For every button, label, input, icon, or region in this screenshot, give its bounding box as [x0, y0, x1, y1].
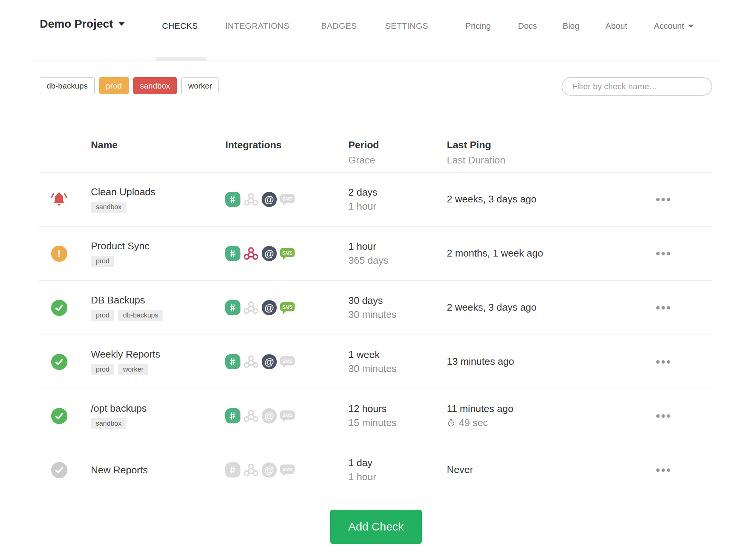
nav-link-blog[interactable]: Blog	[563, 21, 579, 31]
tab-badges[interactable]: BADGES	[321, 21, 357, 31]
last-ping-value: 13 minutes ago	[447, 356, 514, 367]
account-menu[interactable]: Account	[654, 21, 694, 31]
check-tags: sandbox	[91, 202, 156, 213]
period-value: 12 hours	[348, 403, 396, 415]
last-ping-value: 2 months, 1 week ago	[447, 247, 543, 259]
email-at-icon: @	[262, 192, 277, 207]
ellipsis-menu-icon	[656, 198, 670, 201]
period-value: 1 week	[348, 349, 396, 361]
last-ping-value: Never	[447, 464, 473, 476]
chevron-down-icon	[119, 22, 125, 26]
check-tag-chip: worker	[118, 364, 148, 375]
grace-value: 30 minutes	[348, 309, 396, 320]
check-name-cell: Weekly Reports prodworker	[91, 335, 160, 389]
check-row[interactable]: ! Weekly Reports prodworker #	[39, 335, 712, 389]
column-header-grace: Grace	[348, 154, 375, 166]
check-integrations: # @ SMS	[225, 281, 295, 334]
check-name: Clean Uploads	[91, 186, 156, 198]
check-name-filter-input[interactable]	[562, 77, 712, 96]
nav-link-docs[interactable]: Docs	[518, 21, 537, 31]
check-row[interactable]: ! Product Sync prod #	[39, 227, 712, 281]
check-tags: prod	[91, 256, 150, 267]
check-status: !	[50, 227, 69, 280]
email-at-icon: @	[262, 462, 277, 478]
slack-icon: #	[225, 354, 240, 369]
check-period-cell: 1 week 30 minutes	[348, 335, 396, 389]
tab-settings[interactable]: SETTINGS	[385, 21, 428, 31]
check-name: /opt backups	[91, 403, 147, 414]
check-status: !	[50, 389, 69, 443]
check-tags: prodworker	[91, 364, 160, 375]
svg-text:SMS: SMS	[282, 358, 293, 364]
webhook-icon	[243, 192, 259, 207]
tab-integrations[interactable]: INTEGRATIONS	[225, 21, 289, 31]
check-last-ping-cell: 2 months, 1 week ago	[447, 227, 543, 280]
check-name-cell: DB Backups proddb-backups	[91, 281, 163, 334]
sms-bubble-icon: SMS	[280, 300, 295, 315]
column-header-integrations: Integrations	[225, 139, 282, 151]
sms-bubble-icon: SMS	[280, 354, 295, 369]
ellipsis-menu-icon	[656, 360, 670, 364]
sms-bubble-icon: SMS	[280, 462, 295, 478]
check-status: !	[50, 281, 69, 334]
tab-checks[interactable]: CHECKS	[162, 21, 198, 31]
sms-bubble-icon: SMS	[280, 246, 295, 261]
grace-value: 1 hour	[348, 471, 376, 483]
last-ping-value: 2 weeks, 3 days ago	[447, 193, 537, 205]
row-menu-button[interactable]	[656, 281, 670, 334]
check-integrations: # @ SMS	[225, 173, 295, 226]
stopwatch-icon	[447, 418, 456, 427]
check-row[interactable]: ! DB Backups proddb-backups #	[39, 281, 712, 335]
ellipsis-menu-icon	[656, 306, 670, 310]
check-name: Product Sync	[91, 240, 150, 252]
nav-link-pricing[interactable]: Pricing	[465, 21, 491, 31]
check-tags: proddb-backups	[91, 310, 163, 321]
check-name-cell: Product Sync prod	[91, 227, 150, 280]
email-at-icon: @	[262, 300, 277, 315]
check-tag-chip: sandbox	[91, 202, 126, 213]
row-menu-button[interactable]	[656, 173, 670, 226]
check-last-ping-cell: 11 minutes ago 49 sec	[447, 389, 513, 443]
grace-value: 1 hour	[348, 201, 378, 212]
check-status: !	[50, 443, 69, 497]
email-at-icon: @	[262, 246, 277, 261]
tag-filter-db-backups[interactable]: db-backups	[40, 77, 95, 94]
check-row[interactable]: ! /opt backups sandbox #	[39, 389, 712, 443]
svg-text:SMS: SMS	[282, 412, 293, 418]
check-name: DB Backups	[91, 294, 163, 306]
check-integrations: # @ SMS	[225, 227, 295, 280]
sms-bubble-icon: SMS	[280, 408, 295, 423]
add-check-button[interactable]: Add Check	[330, 510, 422, 544]
nav-link-about[interactable]: About	[605, 21, 627, 31]
check-name: New Reports	[91, 464, 148, 476]
email-at-icon: @	[262, 354, 277, 369]
tag-filter-worker[interactable]: worker	[181, 77, 219, 94]
row-menu-button[interactable]	[656, 389, 670, 443]
ok-check-icon	[51, 408, 67, 424]
check-row[interactable]: ! New Reports #	[39, 443, 712, 497]
row-menu-button[interactable]	[656, 443, 670, 497]
period-value: 2 days	[348, 187, 378, 198]
row-menu-button[interactable]	[656, 335, 670, 389]
checks-dashboard: Demo Project CHECKS INTEGRATIONS BADGES …	[0, 0, 752, 560]
slack-icon: #	[225, 300, 240, 315]
check-period-cell: 2 days 1 hour	[348, 173, 378, 226]
check-name-cell: /opt backups sandbox	[91, 389, 147, 443]
chevron-down-icon	[688, 25, 694, 28]
slack-icon: #	[225, 408, 240, 423]
check-period-cell: 1 hour 365 days	[348, 227, 388, 280]
row-menu-button[interactable]	[656, 227, 670, 280]
tag-filter-prod[interactable]: prod	[99, 77, 129, 94]
check-status: !	[50, 335, 69, 389]
check-row[interactable]: ! Clean Uploads sandbox #	[39, 173, 712, 227]
check-tags: sandbox	[91, 418, 147, 429]
ellipsis-menu-icon	[656, 252, 670, 255]
check-last-ping-cell: 13 minutes ago	[447, 335, 514, 389]
check-integrations: # @ SMS	[225, 335, 295, 389]
webhook-icon	[243, 462, 259, 478]
ellipsis-menu-icon	[656, 414, 670, 418]
project-switcher[interactable]: Demo Project	[40, 17, 125, 30]
check-integrations: # @ SMS	[225, 443, 295, 497]
svg-text:SMS: SMS	[282, 250, 293, 256]
tag-filter-sandbox[interactable]: sandbox	[133, 77, 177, 94]
